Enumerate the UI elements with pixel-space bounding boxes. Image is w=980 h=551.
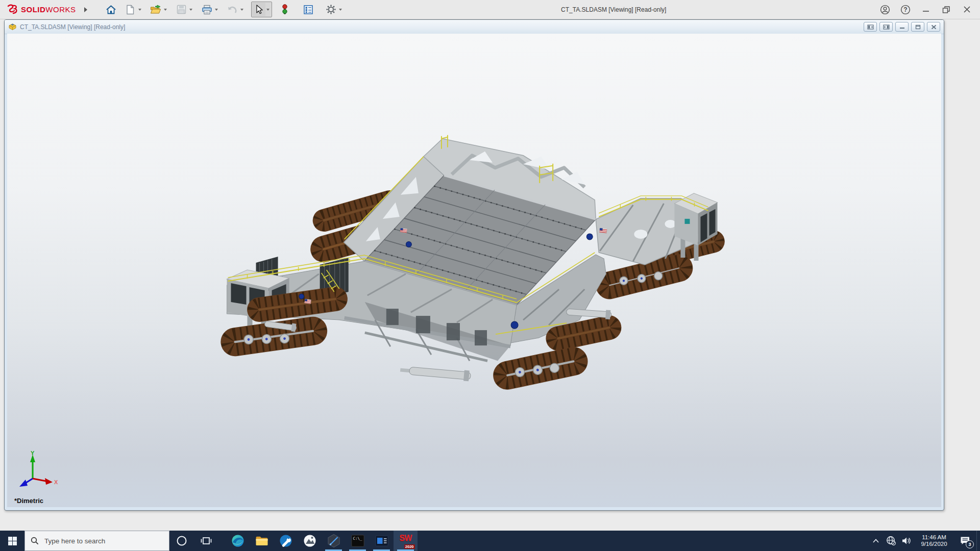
model-canvas[interactable] xyxy=(7,34,941,507)
dassault-3ds-logo-icon xyxy=(6,4,18,15)
select-cursor-icon xyxy=(254,4,263,15)
settings-gear-icon xyxy=(326,4,336,15)
close-button[interactable] xyxy=(961,4,973,16)
app-title-bar: SOLIDWORKS xyxy=(0,0,980,19)
select-tool-group xyxy=(251,2,272,17)
taskbar-solidworks-button[interactable]: SW 2020 xyxy=(394,531,418,551)
model-us-flag xyxy=(400,228,407,233)
assembly-cube-icon xyxy=(8,23,17,31)
triad-y-label: Y xyxy=(31,450,35,456)
show-desktop-button[interactable] xyxy=(976,531,980,551)
account-button[interactable] xyxy=(879,4,891,16)
tray-volume-button[interactable] xyxy=(899,531,914,551)
tray-date: 9/16/2020 xyxy=(921,541,947,547)
open-folder-icon xyxy=(150,5,161,15)
cortana-button[interactable] xyxy=(169,531,194,551)
start-button[interactable] xyxy=(0,531,24,551)
settings-button[interactable] xyxy=(324,3,338,16)
globe-no-internet-icon xyxy=(886,536,896,546)
collapse-right-pane-button[interactable] xyxy=(879,22,893,32)
collapse-left-pane-button[interactable] xyxy=(864,22,877,32)
taskbar-support-tool-button[interactable] xyxy=(274,531,298,551)
breadcrumb-arrow-icon[interactable] xyxy=(83,7,88,13)
restore-icon xyxy=(942,6,950,14)
undo-dropdown[interactable] xyxy=(240,9,243,11)
search-icon xyxy=(31,537,39,545)
document-title-bar[interactable]: CT_TA.SLDASM [Viewing] [Read-only] xyxy=(5,20,944,34)
tray-network-button[interactable] xyxy=(884,531,899,551)
new-document-dropdown[interactable] xyxy=(138,9,141,11)
triad-z-arrow xyxy=(19,480,28,487)
app-title: CT_TA.SLDASM [Viewing] [Read-only] xyxy=(349,6,879,13)
windows-taskbar: C:\_ SW 2020 xyxy=(0,531,980,551)
file-explorer-icon xyxy=(255,535,268,546)
taskbar-photos-button[interactable] xyxy=(298,531,322,551)
quick-access-toolbar xyxy=(104,2,349,17)
solidworks-logo: SOLIDWORKS xyxy=(0,4,76,15)
document-title: CT_TA.SLDASM [Viewing] [Read-only] xyxy=(20,23,125,31)
collapse-right-pane-icon xyxy=(883,24,890,30)
select-tool-dropdown[interactable] xyxy=(266,9,270,11)
task-view-icon xyxy=(201,536,212,546)
print-button[interactable] xyxy=(200,3,214,16)
home-button[interactable] xyxy=(104,3,118,16)
help-icon: ? xyxy=(900,5,911,15)
command-prompt-icon: C:\_ xyxy=(351,535,364,547)
minimize-button[interactable] xyxy=(920,4,932,16)
graphics-area[interactable]: Y X *Dimetric xyxy=(7,34,941,507)
open-button[interactable] xyxy=(149,3,163,16)
open-dropdown[interactable] xyxy=(164,9,167,11)
notification-center-button[interactable]: 3 xyxy=(954,531,976,551)
undo-icon xyxy=(227,5,238,14)
new-document-button[interactable] xyxy=(124,3,137,16)
undo-button[interactable] xyxy=(226,3,239,16)
taskbar-file-explorer-button[interactable] xyxy=(250,531,274,551)
performance-stoplight-icon xyxy=(281,4,289,15)
performance-stoplight-button[interactable] xyxy=(278,3,292,16)
media-window-icon xyxy=(375,535,388,546)
doc-restore-button[interactable] xyxy=(911,22,924,32)
reference-triad: Y X xyxy=(15,450,62,494)
doc-minimize-button[interactable] xyxy=(895,22,909,32)
print-icon xyxy=(202,5,212,15)
save-icon xyxy=(177,5,186,14)
speaker-icon xyxy=(901,536,912,545)
clock[interactable]: 11:46 AM 9/16/2020 xyxy=(914,531,954,551)
taskbar-media-window-button[interactable] xyxy=(370,531,394,551)
taskbar-command-prompt-button[interactable]: C:\_ xyxy=(346,531,370,551)
solidworks-2020-icon: SW 2020 xyxy=(398,534,413,548)
document-window: CT_TA.SLDASM [Viewing] [Read-only] xyxy=(4,19,944,511)
doc-close-button[interactable] xyxy=(927,22,940,32)
taskbar-search-box[interactable] xyxy=(24,531,169,551)
tray-time: 11:46 AM xyxy=(922,534,946,541)
model-us-flag xyxy=(305,299,311,304)
taskbar-paint3d-button[interactable] xyxy=(322,531,346,551)
mdi-background: CT_TA.SLDASM [Viewing] [Read-only] xyxy=(0,19,980,531)
document-window-controls xyxy=(864,22,940,32)
chevron-up-icon xyxy=(872,538,879,543)
save-dropdown[interactable] xyxy=(189,9,192,11)
help-button[interactable]: ? xyxy=(899,4,912,16)
account-icon xyxy=(880,5,890,15)
settings-dropdown[interactable] xyxy=(339,9,342,11)
task-pane-button[interactable] xyxy=(302,3,315,16)
print-dropdown[interactable] xyxy=(215,9,218,11)
model-cylinder-center xyxy=(400,365,471,382)
restore-button[interactable] xyxy=(940,4,952,16)
taskbar-edge-button[interactable] xyxy=(226,531,250,551)
triad-x-arrow xyxy=(45,478,53,485)
edge-browser-icon xyxy=(231,534,244,547)
svg-text:?: ? xyxy=(903,6,907,13)
cortana-icon xyxy=(176,535,187,546)
select-tool-button[interactable] xyxy=(252,3,265,16)
triad-x-label: X xyxy=(54,479,58,485)
paint3d-hexagon-icon xyxy=(327,534,340,548)
task-view-button[interactable] xyxy=(194,531,218,551)
minimize-icon xyxy=(899,24,905,29)
app-window-controls: ? xyxy=(879,4,980,16)
svg-text:C:\_: C:\_ xyxy=(353,536,362,541)
tray-chevron-button[interactable] xyxy=(868,531,884,551)
search-input[interactable] xyxy=(43,537,163,545)
save-button[interactable] xyxy=(175,3,188,16)
brand-text: SOLIDWORKS xyxy=(21,5,76,14)
